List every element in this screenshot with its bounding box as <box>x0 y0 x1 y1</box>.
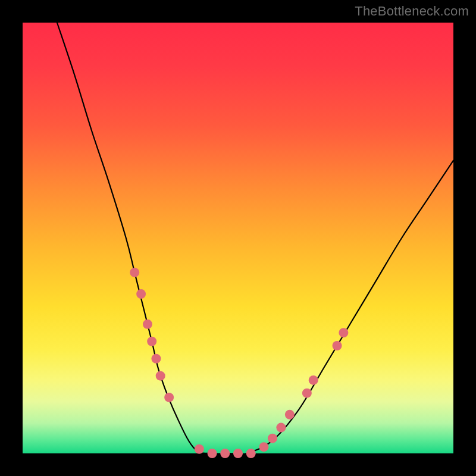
highlight-dot <box>143 320 152 329</box>
watermark-text: TheBottleneck.com <box>355 4 469 19</box>
highlight-dot <box>302 389 312 398</box>
highlight-dot <box>136 289 146 299</box>
highlight-dot <box>233 449 243 458</box>
highlight-dot <box>164 393 174 402</box>
highlight-dot <box>156 371 165 381</box>
highlight-dot <box>195 444 204 454</box>
highlight-dots-group <box>130 268 348 458</box>
highlight-dot <box>259 442 268 452</box>
chart-svg <box>23 23 453 453</box>
highlight-dot <box>151 354 161 364</box>
highlight-dot <box>208 449 217 458</box>
highlight-dot <box>285 410 295 419</box>
chart-frame: TheBottleneck.com <box>0 0 476 476</box>
highlight-dot <box>268 434 277 443</box>
highlight-dot <box>246 449 256 458</box>
highlight-dot <box>333 341 342 350</box>
highlight-dot <box>339 328 348 337</box>
highlight-dot <box>220 449 230 458</box>
bottleneck-curve <box>57 23 453 455</box>
plot-area <box>23 23 453 453</box>
highlight-dot <box>309 375 318 385</box>
highlight-dot <box>130 268 139 277</box>
highlight-dot <box>276 423 286 433</box>
highlight-dot <box>147 337 156 346</box>
